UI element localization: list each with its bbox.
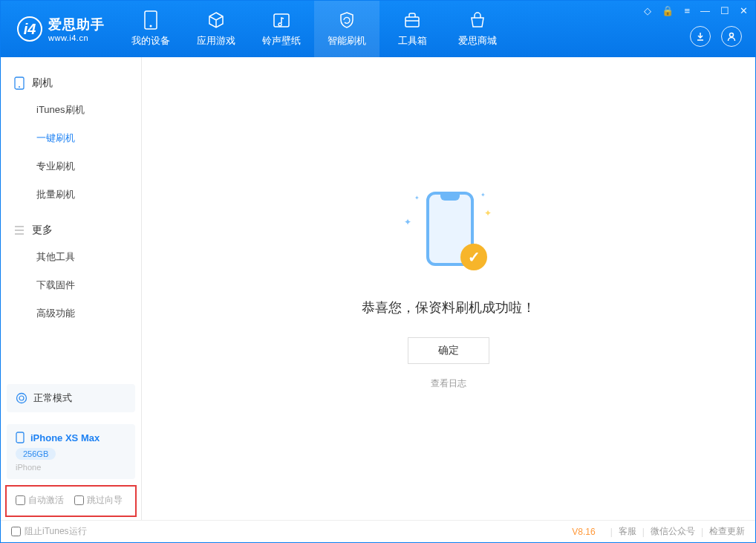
- nav-tab-ringtone[interactable]: 铃声壁纸: [249, 1, 314, 57]
- music-folder-icon: [272, 10, 291, 30]
- nav-tab-store[interactable]: 爱思商城: [445, 1, 510, 57]
- ok-button[interactable]: 确定: [408, 337, 489, 364]
- window-controls: ◇ 🔒 ≡ — ☐ ✕: [644, 5, 748, 16]
- sidebar-item-download-firmware[interactable]: 下载固件: [1, 271, 141, 299]
- footer-link-update[interactable]: 检查更新: [709, 525, 745, 538]
- cube-icon: [206, 10, 226, 30]
- toolbox-icon: [403, 10, 422, 30]
- view-log-link[interactable]: 查看日志: [431, 377, 466, 390]
- version-label: V8.16: [572, 527, 595, 537]
- sidebar-item-advanced[interactable]: 高级功能: [1, 299, 141, 328]
- app-logo: i4 爱思助手 www.i4.cn: [1, 16, 118, 42]
- svg-rect-8: [16, 432, 24, 443]
- device-type: iPhone: [16, 463, 126, 472]
- sidebar-item-pro-flash[interactable]: 专业刷机: [1, 152, 141, 181]
- sidebar: 刷机 iTunes刷机 一键刷机 专业刷机 批量刷机 更多 其他工具 下载固件 …: [1, 57, 142, 520]
- sync-icon: [16, 392, 27, 404]
- sidebar-group-flash[interactable]: 刷机: [1, 71, 141, 96]
- device-capacity: 256GB: [16, 448, 56, 460]
- success-illustration: ✦✦ ✦✦ ✓: [404, 187, 493, 276]
- nav-label: 爱思商城: [458, 34, 497, 48]
- phone-icon: [16, 432, 25, 443]
- close-button[interactable]: ✕: [740, 5, 748, 16]
- phone-icon: [14, 77, 25, 90]
- group-label: 更多: [32, 224, 53, 237]
- list-icon: [14, 226, 25, 235]
- app-name: 爱思助手: [48, 16, 105, 33]
- header-bar: i4 爱思助手 www.i4.cn 我的设备 应用游戏 铃声壁纸 智能刷机 工具…: [1, 1, 755, 57]
- nav-tab-device[interactable]: 我的设备: [118, 1, 183, 57]
- svg-rect-3: [405, 17, 419, 27]
- success-message: 恭喜您，保资料刷机成功啦！: [362, 299, 535, 316]
- nav-label: 工具箱: [398, 34, 427, 48]
- sidebar-item-batch-flash[interactable]: 批量刷机: [1, 181, 141, 209]
- lock-icon[interactable]: 🔒: [662, 5, 674, 16]
- shirt-icon[interactable]: ◇: [644, 5, 651, 16]
- sidebar-group-more[interactable]: 更多: [1, 218, 141, 243]
- device-name: iPhone XS Max: [30, 432, 100, 443]
- device-info-box[interactable]: iPhone XS Max 256GB iPhone: [7, 424, 135, 479]
- nav-label: 我的设备: [131, 34, 170, 48]
- logo-icon: i4: [17, 16, 42, 42]
- menu-icon[interactable]: ≡: [684, 5, 690, 16]
- user-button[interactable]: [721, 26, 742, 47]
- download-button[interactable]: [690, 26, 711, 47]
- header-actions: [690, 26, 742, 47]
- nav-tab-apps[interactable]: 应用游戏: [183, 1, 249, 57]
- checkbox-auto-activate[interactable]: 自动激活: [16, 494, 64, 507]
- app-url: www.i4.cn: [48, 33, 105, 42]
- svg-point-4: [730, 33, 734, 37]
- footer-link-wechat[interactable]: 微信公众号: [651, 525, 695, 538]
- sidebar-item-itunes-flash[interactable]: iTunes刷机: [1, 96, 141, 124]
- sidebar-item-other-tools[interactable]: 其他工具: [1, 243, 141, 271]
- mode-label: 正常模式: [33, 391, 72, 405]
- footer-link-service[interactable]: 客服: [619, 525, 636, 538]
- checkbox-skip-guide[interactable]: 跳过向导: [74, 494, 123, 507]
- device-mode-box[interactable]: 正常模式: [7, 384, 135, 412]
- nav-tab-flash[interactable]: 智能刷机: [314, 1, 379, 57]
- nav-label: 智能刷机: [328, 34, 366, 48]
- footer-bar: 阻止iTunes运行 V8.16 | 客服 | 微信公众号 | 检查更新: [1, 520, 755, 542]
- nav-tab-toolbox[interactable]: 工具箱: [379, 1, 445, 57]
- group-label: 刷机: [32, 77, 53, 90]
- svg-point-6: [19, 86, 20, 88]
- main-content: ✦✦ ✦✦ ✓ 恭喜您，保资料刷机成功啦！ 确定 查看日志: [142, 57, 755, 520]
- device-icon: [141, 10, 160, 30]
- minimize-button[interactable]: —: [700, 5, 710, 16]
- nav-label: 应用游戏: [197, 34, 235, 48]
- maximize-button[interactable]: ☐: [720, 5, 729, 16]
- checkbox-block-itunes[interactable]: 阻止iTunes运行: [11, 525, 87, 538]
- nav-label: 铃声壁纸: [262, 34, 301, 48]
- highlight-box: 自动激活 跳过向导: [5, 485, 137, 517]
- svg-point-7: [17, 394, 27, 403]
- store-icon: [468, 10, 487, 30]
- sidebar-item-oneclick-flash[interactable]: 一键刷机: [1, 124, 141, 152]
- nav-tabs: 我的设备 应用游戏 铃声壁纸 智能刷机 工具箱 爱思商城: [118, 1, 510, 57]
- check-badge-icon: ✓: [460, 244, 487, 270]
- shield-sync-icon: [337, 10, 356, 30]
- svg-point-1: [150, 25, 152, 27]
